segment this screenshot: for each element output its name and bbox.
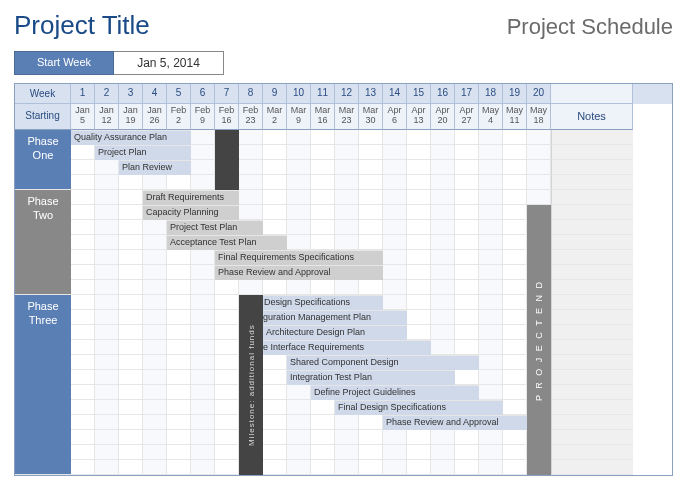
grid-cell xyxy=(503,310,527,325)
date-cell: Mar23 xyxy=(335,104,359,130)
date-cell: Feb16 xyxy=(215,104,239,130)
grid-cell xyxy=(359,190,383,205)
gantt-bar[interactable]: Shared Component Design xyxy=(287,355,479,370)
notes-cell[interactable] xyxy=(551,370,633,385)
notes-cell[interactable] xyxy=(551,295,633,310)
grid-cell xyxy=(119,250,143,265)
notes-cell[interactable] xyxy=(551,190,633,205)
notes-cell[interactable] xyxy=(551,340,633,355)
grid-cell xyxy=(143,220,167,235)
grid-cell xyxy=(407,460,431,475)
notes-cell[interactable] xyxy=(551,205,633,220)
gantt-bar[interactable]: Configuration Management Plan xyxy=(239,310,407,325)
grid-cell xyxy=(287,280,311,295)
date-cell: Mar9 xyxy=(287,104,311,130)
date-cell: Apr13 xyxy=(407,104,431,130)
notes-cell[interactable] xyxy=(551,310,633,325)
grid-cell xyxy=(95,340,119,355)
week-num: 9 xyxy=(263,84,287,104)
notes-cell[interactable] xyxy=(551,160,633,175)
notes-header xyxy=(551,84,633,104)
grid-cell xyxy=(311,430,335,445)
week-num: 20 xyxy=(527,84,551,104)
grid-cell xyxy=(407,265,431,280)
grid-cell xyxy=(71,400,95,415)
grid-cell xyxy=(431,460,455,475)
grid-cell xyxy=(239,190,263,205)
grid-cell xyxy=(167,280,191,295)
grid-cell xyxy=(143,430,167,445)
grid-cell xyxy=(383,130,407,145)
date-cell: Mar30 xyxy=(359,104,383,130)
gantt-bar[interactable]: Architecture Design Plan xyxy=(263,325,407,340)
grid-cell xyxy=(191,295,215,310)
gantt-bar[interactable]: Plan Review xyxy=(119,160,191,175)
grid-cell xyxy=(359,235,383,250)
gantt-bar[interactable]: Final Requirements Specifications xyxy=(215,250,383,265)
grid-cell xyxy=(455,310,479,325)
week-num: 11 xyxy=(311,84,335,104)
notes-cell[interactable] xyxy=(551,130,633,145)
notes-cell[interactable] xyxy=(551,220,633,235)
start-week-value[interactable]: Jan 5, 2014 xyxy=(114,51,224,75)
notes-cell[interactable] xyxy=(551,325,633,340)
grid-cell xyxy=(143,415,167,430)
gantt-bar[interactable]: Capacity Planning xyxy=(143,205,239,220)
notes-cell[interactable] xyxy=(551,235,633,250)
grid-cell xyxy=(431,220,455,235)
grid-cell xyxy=(167,370,191,385)
grid-cell xyxy=(407,190,431,205)
notes-cell[interactable] xyxy=(551,415,633,430)
grid-cell xyxy=(335,220,359,235)
notes-cell[interactable] xyxy=(551,145,633,160)
gantt-bar[interactable]: Acceptance Test Plan xyxy=(167,235,287,250)
grid-cell xyxy=(431,295,455,310)
grid-cell xyxy=(455,430,479,445)
grid-cell xyxy=(95,220,119,235)
date-cell: Jan5 xyxy=(71,104,95,130)
grid-cell xyxy=(119,235,143,250)
date-cell: Mar16 xyxy=(311,104,335,130)
gantt-bar[interactable]: Project Test Plan xyxy=(167,220,263,235)
grid-cell xyxy=(503,385,527,400)
notes-cell[interactable] xyxy=(551,355,633,370)
notes-header: Notes xyxy=(551,104,633,130)
gantt-bar[interactable]: Define Interface Requirements xyxy=(239,340,431,355)
grid-cell xyxy=(191,385,215,400)
grid-cell xyxy=(95,160,119,175)
grid-cell xyxy=(287,415,311,430)
date-cell: Feb9 xyxy=(191,104,215,130)
notes-cell[interactable] xyxy=(551,460,633,475)
notes-cell[interactable] xyxy=(551,250,633,265)
notes-cell[interactable] xyxy=(551,280,633,295)
gantt-bar[interactable]: Phase Review and Approval xyxy=(383,415,551,430)
gantt-bar[interactable]: Project Plan xyxy=(95,145,191,160)
notes-cell[interactable] xyxy=(551,265,633,280)
grid-cell xyxy=(527,175,551,190)
grid-cell xyxy=(119,460,143,475)
grid-cell xyxy=(95,325,119,340)
grid-cell xyxy=(215,340,239,355)
grid-cell xyxy=(287,385,311,400)
week-num: 6 xyxy=(191,84,215,104)
gantt-bar[interactable]: Define Project Guidelines xyxy=(311,385,479,400)
grid-cell xyxy=(479,145,503,160)
grid-cell xyxy=(215,370,239,385)
grid-cell xyxy=(335,130,359,145)
grid-cell xyxy=(143,295,167,310)
grid-cell xyxy=(407,430,431,445)
grid-cell xyxy=(119,295,143,310)
grid-cell xyxy=(119,310,143,325)
grid-cell xyxy=(503,250,527,265)
notes-cell[interactable] xyxy=(551,430,633,445)
notes-cell[interactable] xyxy=(551,445,633,460)
gantt-bar[interactable]: Draft Requirements xyxy=(143,190,239,205)
grid-cell xyxy=(407,130,431,145)
notes-cell[interactable] xyxy=(551,175,633,190)
gantt-bar[interactable]: Final Design Specifications xyxy=(335,400,503,415)
notes-cell[interactable] xyxy=(551,385,633,400)
gantt-bar[interactable]: Phase Review and Approval xyxy=(215,265,383,280)
gantt-bar[interactable]: Quality Assurance Plan xyxy=(71,130,191,145)
gantt-bar[interactable]: Integration Test Plan xyxy=(287,370,455,385)
notes-cell[interactable] xyxy=(551,400,633,415)
